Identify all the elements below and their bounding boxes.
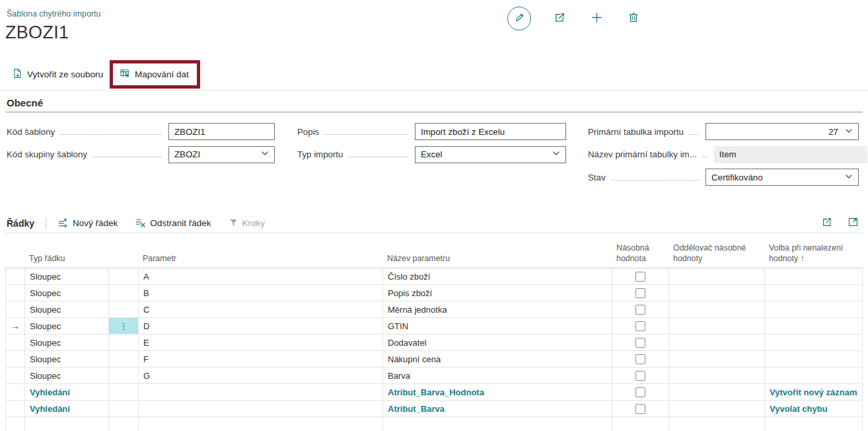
cell-parameter[interactable]: C [139, 301, 383, 317]
stav-select[interactable]: Certifikováno [705, 169, 859, 186]
cell-option[interactable] [765, 368, 863, 383]
row-menu-cell[interactable] [109, 334, 139, 350]
cell-option[interactable] [765, 417, 863, 431]
header-multiple-value[interactable]: Násobná hodnota [612, 243, 669, 268]
cell-option[interactable]: Vyvolat chybu [765, 401, 863, 416]
header-separator[interactable]: Oddělovač násobné hodnoty [669, 243, 765, 268]
new-button[interactable] [590, 12, 603, 25]
row-selector-cell[interactable] [5, 268, 25, 284]
multiple-value-checkbox[interactable] [635, 404, 645, 414]
cell-separator[interactable] [669, 384, 765, 400]
kod-skupiny-sablony-select[interactable]: ZBOZI [168, 146, 275, 163]
cell-separator[interactable] [669, 301, 765, 317]
cell-parameter-name[interactable]: Dodavatel [383, 334, 612, 350]
cell-type[interactable]: Sloupec [25, 268, 109, 284]
cell-type[interactable]: Sloupec [25, 318, 109, 334]
cell-parameter-name[interactable] [383, 417, 612, 431]
typ-importu-select[interactable]: Excel [415, 146, 566, 163]
multiple-value-checkbox[interactable] [635, 321, 645, 331]
row-menu-cell[interactable] [109, 368, 139, 383]
cell-separator[interactable] [669, 268, 765, 284]
delete-line-button[interactable]: Odstranit řádek [135, 217, 211, 230]
cell-type[interactable] [25, 417, 109, 431]
cell-type[interactable]: Vyhledání [25, 401, 109, 416]
share-lines-button[interactable] [821, 216, 833, 231]
row-selector-cell[interactable] [5, 351, 25, 367]
data-mapping-button[interactable]: Mapování dat [120, 68, 189, 81]
row-menu-button[interactable]: ⋮ [109, 318, 139, 334]
header-option[interactable]: Volba při nenalezení hodnoty ↑ [765, 243, 863, 268]
cell-parameter-name[interactable]: Atribut_Barva [383, 401, 612, 416]
cell-separator[interactable] [669, 334, 765, 350]
cell-option[interactable] [765, 268, 863, 284]
cell-parameter[interactable] [139, 417, 383, 431]
create-from-file-button[interactable]: Vytvořit ze souboru [12, 68, 103, 81]
row-selector-cell[interactable] [5, 384, 25, 400]
cell-parameter[interactable]: E [139, 334, 383, 350]
cell-parameter[interactable]: F [139, 351, 383, 367]
cell-parameter[interactable]: G [139, 368, 383, 383]
row-selector-cell[interactable] [5, 417, 25, 431]
row-selector-cell[interactable] [5, 285, 25, 301]
row-menu-cell[interactable] [109, 268, 139, 284]
cell-parameter[interactable]: B [139, 285, 383, 301]
cell-separator[interactable] [669, 401, 765, 416]
cell-type[interactable]: Sloupec [25, 285, 109, 301]
row-selector-cell[interactable] [5, 401, 25, 416]
cell-type[interactable]: Sloupec [25, 301, 109, 317]
cell-separator[interactable] [669, 368, 765, 383]
cell-option[interactable] [765, 351, 863, 367]
cell-option[interactable] [765, 334, 863, 350]
header-type[interactable]: Typ řádku [25, 254, 109, 268]
share-button[interactable] [553, 12, 566, 25]
cell-parameter[interactable] [139, 401, 383, 416]
multiple-value-checkbox[interactable] [635, 387, 645, 397]
row-selector-cell[interactable] [5, 301, 25, 317]
multiple-value-checkbox[interactable] [635, 371, 645, 381]
row-selector-cell[interactable] [5, 334, 25, 350]
cell-type[interactable]: Vyhledání [25, 384, 109, 400]
row-menu-cell[interactable] [109, 384, 139, 400]
popis-input[interactable]: Import zboží z Excelu [415, 123, 566, 140]
cell-parameter-name[interactable]: GTIN [383, 318, 612, 334]
header-parameter[interactable]: Parametr [139, 254, 383, 268]
cell-separator[interactable] [669, 285, 765, 301]
cell-parameter-name[interactable]: Číslo zboží [383, 268, 612, 284]
multiple-value-checkbox[interactable] [635, 305, 645, 315]
kod-sablony-input[interactable]: ZBOZI1 [168, 123, 275, 140]
multiple-value-checkbox[interactable] [635, 354, 645, 364]
delete-button[interactable] [627, 12, 640, 25]
cell-type[interactable]: Sloupec [25, 368, 109, 383]
primarni-tabulka-select[interactable]: 27 [705, 123, 859, 140]
new-line-button[interactable]: Nový řádek [57, 217, 118, 230]
cell-type[interactable]: Sloupec [25, 334, 109, 350]
cell-parameter[interactable] [139, 384, 383, 400]
cell-parameter-name[interactable]: Popis zboží [383, 285, 612, 301]
row-menu-cell[interactable] [109, 417, 139, 431]
row-menu-cell[interactable] [109, 401, 139, 416]
row-menu-cell[interactable] [109, 301, 139, 317]
cell-option[interactable]: Vytvořit nový záznam [765, 384, 863, 400]
cell-separator[interactable] [669, 318, 765, 334]
cell-parameter-name[interactable]: Barva [383, 368, 612, 383]
edit-button[interactable] [507, 7, 531, 30]
focus-mode-button[interactable] [848, 216, 859, 230]
multiple-value-checkbox[interactable] [635, 288, 645, 298]
cell-parameter-name[interactable]: Nákupní cena [383, 351, 612, 367]
cell-option[interactable] [765, 318, 863, 334]
cell-separator[interactable] [669, 417, 765, 431]
cell-parameter-name[interactable]: Měrná jednotka [383, 301, 612, 317]
cell-parameter-name[interactable]: Atribut_Barva_Hodnota [383, 384, 612, 400]
cell-parameter[interactable]: D [139, 318, 383, 334]
row-menu-cell[interactable] [109, 351, 139, 367]
row-selector-cell[interactable]: → [5, 318, 25, 334]
cell-parameter[interactable]: A [139, 268, 383, 284]
multiple-value-checkbox[interactable] [635, 272, 645, 282]
multiple-value-checkbox[interactable] [635, 338, 645, 348]
row-menu-cell[interactable] [109, 285, 139, 301]
cell-option[interactable] [765, 285, 863, 301]
cell-option[interactable] [765, 301, 863, 317]
cell-separator[interactable] [669, 351, 765, 367]
row-selector-cell[interactable] [5, 368, 25, 383]
cell-type[interactable]: Sloupec [25, 351, 109, 367]
